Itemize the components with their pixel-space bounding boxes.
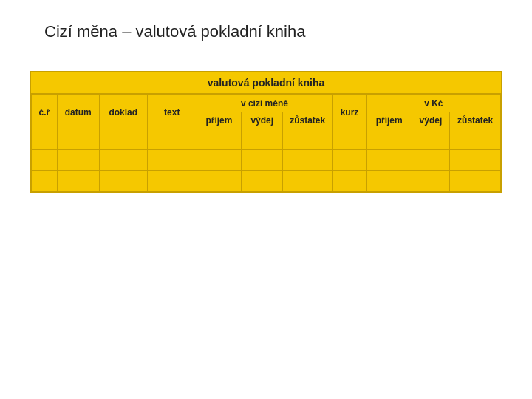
page-title: Cizí měna – valutová pokladní kniha [44,22,305,41]
main-table: valutová pokladní kniha č.ř datum doklad… [30,71,502,193]
col-header-zustatek-foreign: zůstatek [283,112,332,129]
cell [99,129,147,150]
cell [450,129,501,150]
col-header-text: text [147,95,197,129]
cell [283,150,332,171]
col-group-kc: v Kč [366,95,500,112]
col-header-prijem-kc: příjem [366,112,412,129]
col-header-datum: datum [57,95,99,129]
cell [32,171,58,191]
cell [283,171,332,191]
col-header-czr: č.ř [32,95,58,129]
cell [332,129,366,150]
cell [332,171,366,191]
cell [147,129,197,150]
col-header-zustatek-kc: zůstatek [450,112,501,129]
cell [147,150,197,171]
cell [197,129,242,150]
cell [57,171,99,191]
cell [99,171,147,191]
cell [242,150,283,171]
table-row [32,171,501,191]
cell [366,171,412,191]
cell [366,150,412,171]
col-header-kurz: kurz [332,95,366,129]
col-header-vydej-kc: výdej [412,112,450,129]
cell [147,171,197,191]
cell [57,150,99,171]
cell [412,150,450,171]
cell [412,171,450,191]
cell [197,150,242,171]
col-group-foreign: v cizí měně [197,95,332,112]
table-row [32,150,501,171]
table-row [32,129,501,150]
col-header-prijem-foreign: příjem [197,112,242,129]
cell [412,129,450,150]
cell [450,171,501,191]
cell [332,150,366,171]
cell [32,150,58,171]
cell [32,129,58,150]
cell [242,171,283,191]
cell [283,129,332,150]
cell [57,129,99,150]
table-top-header: valutová pokladní kniha [31,72,501,95]
cell [242,129,283,150]
cell [366,129,412,150]
cell [450,150,501,171]
cell [197,171,242,191]
col-header-doklad: doklad [99,95,147,129]
cell [99,150,147,171]
col-header-vydej-foreign: výdej [242,112,283,129]
